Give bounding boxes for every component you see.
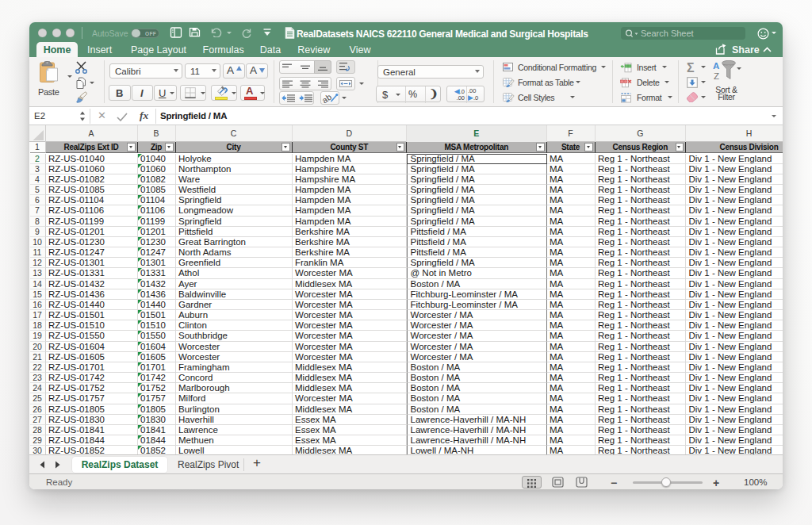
svg-text:A: A — [713, 61, 719, 71]
svg-text:Z: Z — [714, 71, 719, 81]
